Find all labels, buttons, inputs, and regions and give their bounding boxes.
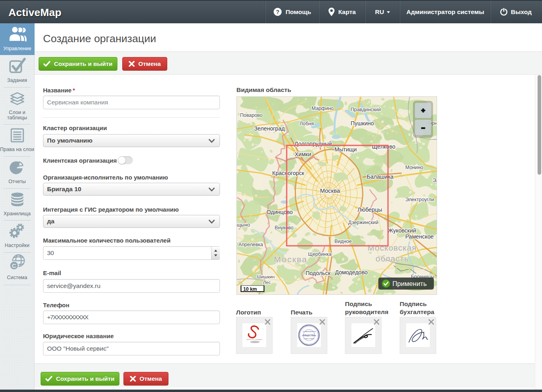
svg-text:Одинцово: Одинцово [267, 209, 293, 215]
svg-text:Щербинка: Щербинка [308, 251, 332, 257]
svg-text:Жуковский: Жуковский [388, 227, 416, 234]
svg-text:Раменское: Раменское [405, 233, 434, 240]
svg-text:Лес: Лес [263, 280, 271, 285]
svg-text:Внуково: Внуково [275, 225, 294, 231]
svg-text:Москва: Москва [320, 188, 340, 194]
svg-text:Пушкино: Пушкино [351, 120, 374, 127]
svg-text:Поварово: Поварово [240, 112, 263, 118]
svg-text:Эл: Эл [433, 178, 437, 183]
svg-text:Домодедово: Домодедово [335, 269, 367, 276]
svg-text:Дзержинский: Дзержинский [348, 220, 378, 225]
svg-text:Московская: Московская [367, 243, 417, 252]
svg-text:Монино: Монино [405, 165, 423, 170]
svg-text:Мытищи: Мытищи [335, 146, 357, 153]
svg-text:щыно: щыно [237, 222, 250, 228]
svg-text:Люберцы: Люберцы [357, 206, 382, 213]
svg-text:10 km: 10 km [243, 286, 257, 292]
svg-text:область: область [376, 254, 409, 263]
svg-text:Правдинский: Правдинский [351, 107, 381, 112]
svg-text:Подольск: Подольск [306, 270, 331, 276]
svg-text:Электроугли: Электроугли [405, 197, 434, 202]
svg-text:Лобня: Лобня [300, 121, 314, 127]
svg-text:?: ? [276, 9, 279, 15]
svg-text:Москва: Москва [274, 255, 308, 264]
svg-text:Апрелевка: Апрелевка [238, 242, 263, 247]
svg-text:Зеленоград: Зеленоград [254, 125, 285, 132]
svg-text:Шишкин: Шишкин [257, 274, 275, 279]
svg-text:Долгопрудный: Долгопрудный [294, 141, 332, 147]
svg-text:«ОБЩЕСТВО»: «ОБЩЕСТВО» [302, 334, 316, 337]
svg-text:C: C [12, 262, 16, 269]
svg-text:Красногорск: Красногорск [272, 170, 305, 176]
svg-text:ОТВЕТСТВЕН.: ОТВЕТСТВЕН. [304, 338, 315, 340]
svg-text:Марфино: Марфино [312, 106, 334, 111]
svg-text:Видное: Видное [335, 239, 352, 244]
svg-text:Балашиха: Балашиха [367, 174, 394, 180]
svg-text:SERVICE COMPANY: SERVICE COMPANY [246, 339, 263, 341]
svg-text:Щёлково: Щёлково [372, 143, 395, 150]
svg-text:Применить: Применить [392, 280, 427, 287]
svg-text:ОГРАНИЧЕННОЙ: ОГРАНИЧЕННОЙ [302, 331, 316, 333]
svg-text:Химки: Химки [295, 151, 311, 157]
